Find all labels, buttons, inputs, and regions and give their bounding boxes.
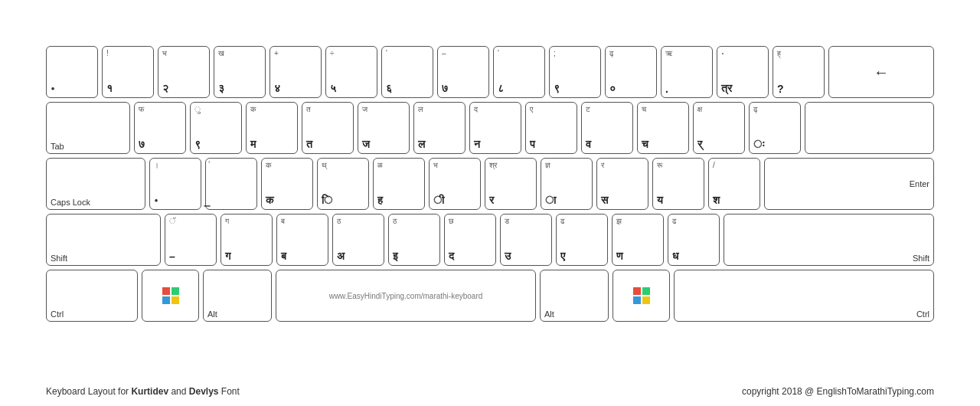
key-slash[interactable]: ढध	[668, 214, 720, 266]
key-u[interactable]: दन	[469, 102, 521, 154]
right-shift-key[interactable]: Shift	[724, 214, 934, 266]
key-6[interactable]: '६	[381, 46, 433, 98]
footer: Keyboard Layout for Kurtidev and Devlys …	[46, 386, 934, 397]
key-c[interactable]: बब	[276, 214, 328, 266]
key-j[interactable]: श्रर	[485, 158, 537, 210]
key-s[interactable]: ॒॑	[205, 158, 257, 210]
key-5[interactable]: ÷५	[325, 46, 377, 98]
key-quote[interactable]: /श	[708, 158, 760, 210]
key-minus[interactable]: ऋ.	[661, 46, 713, 98]
key-equals[interactable]: ॰त्र	[717, 46, 769, 98]
key-b[interactable]: ठइ	[388, 214, 440, 266]
key-n[interactable]: छद	[444, 214, 496, 266]
space-key[interactable]: www.EasyHindiTyping.com/marathi-keyboard	[276, 270, 536, 322]
key-z[interactable]: ॅ–	[165, 214, 217, 266]
key-g[interactable]: ळह	[373, 158, 425, 210]
key-row2-extra[interactable]	[805, 102, 934, 154]
caps-lock-key[interactable]: Caps Lock	[46, 158, 145, 210]
footer-left: Keyboard Layout for Kurtidev and Devlys …	[46, 386, 240, 397]
key-o[interactable]: टव	[581, 102, 633, 154]
key-k[interactable]: ज्ञा	[541, 158, 593, 210]
key-l[interactable]: रस	[596, 158, 648, 210]
key-d[interactable]: कक	[261, 158, 313, 210]
key-v[interactable]: ठअ	[332, 214, 384, 266]
key-bracket-open[interactable]: क्षर्	[693, 102, 745, 154]
windows-icon	[162, 287, 179, 304]
key-backtick[interactable]: ॰	[46, 46, 98, 98]
key-a[interactable]: ।॰	[149, 158, 201, 210]
keyboard-layout: ॰ !१ भ२ ख३ +४ ÷५ '६ –७ '८ ;९ ढ्०	[46, 46, 934, 326]
key-0[interactable]: ढ्०	[605, 46, 657, 98]
key-q[interactable]: फ७	[134, 102, 186, 154]
key-f[interactable]: थ्ि	[317, 158, 369, 210]
windows-icon-right	[633, 287, 650, 304]
right-win-key[interactable]	[612, 270, 670, 322]
key-row-5: Ctrl Alt www.EasyHindiTyping.com/marathi…	[46, 270, 934, 322]
key-row-2: Tab फ७ ु९ कम तत जज लल दन एप टव चच	[46, 102, 934, 154]
key-r[interactable]: तत	[302, 102, 354, 154]
backspace-key[interactable]: ←	[828, 46, 934, 98]
left-alt-key[interactable]: Alt	[203, 270, 272, 322]
key-3[interactable]: ख३	[214, 46, 266, 98]
key-w[interactable]: ु९	[190, 102, 242, 154]
key-9[interactable]: ;९	[549, 46, 601, 98]
key-2[interactable]: भ२	[158, 46, 210, 98]
key-period[interactable]: झण	[612, 214, 664, 266]
right-alt-key[interactable]: Alt	[540, 270, 609, 322]
key-8[interactable]: '८	[493, 46, 545, 98]
key-p[interactable]: चच	[637, 102, 689, 154]
tab-key[interactable]: Tab	[46, 102, 130, 154]
key-t[interactable]: जज	[358, 102, 410, 154]
key-bracket-close[interactable]: ढ्ः	[749, 102, 801, 154]
key-row-3: Caps Lock ।॰ ॒॑ कक थ्ि ळह भी श्रर ज्ञा र…	[46, 158, 934, 210]
right-ctrl-key[interactable]: Ctrl	[674, 270, 934, 322]
key-e[interactable]: कम	[246, 102, 298, 154]
key-4[interactable]: +४	[270, 46, 322, 98]
key-row-4: Shift ॅ– गग बब ठअ ठइ छद डउ ढए झण ढध	[46, 214, 934, 266]
key-1[interactable]: !१	[102, 46, 154, 98]
left-win-key[interactable]	[142, 270, 199, 322]
key-i[interactable]: एप	[525, 102, 577, 154]
left-shift-key[interactable]: Shift	[46, 214, 161, 266]
footer-right: copyright 2018 @ EnglishToMarathiTyping.…	[742, 386, 934, 397]
key-h[interactable]: भी	[429, 158, 481, 210]
key-row-1: ॰ !१ भ२ ख३ +४ ÷५ '६ –७ '८ ;९ ढ्०	[46, 46, 934, 98]
left-ctrl-key[interactable]: Ctrl	[46, 270, 138, 322]
key-semicolon[interactable]: रूय	[652, 158, 704, 210]
key-y[interactable]: लल	[413, 102, 466, 154]
key-x[interactable]: गग	[220, 214, 273, 266]
key-7[interactable]: –७	[437, 46, 489, 98]
key-m[interactable]: डउ	[500, 214, 552, 266]
key-comma[interactable]: ढए	[556, 214, 608, 266]
enter-key[interactable]: Enter	[764, 158, 934, 210]
key-backslash-top[interactable]: ह्?	[773, 46, 825, 98]
